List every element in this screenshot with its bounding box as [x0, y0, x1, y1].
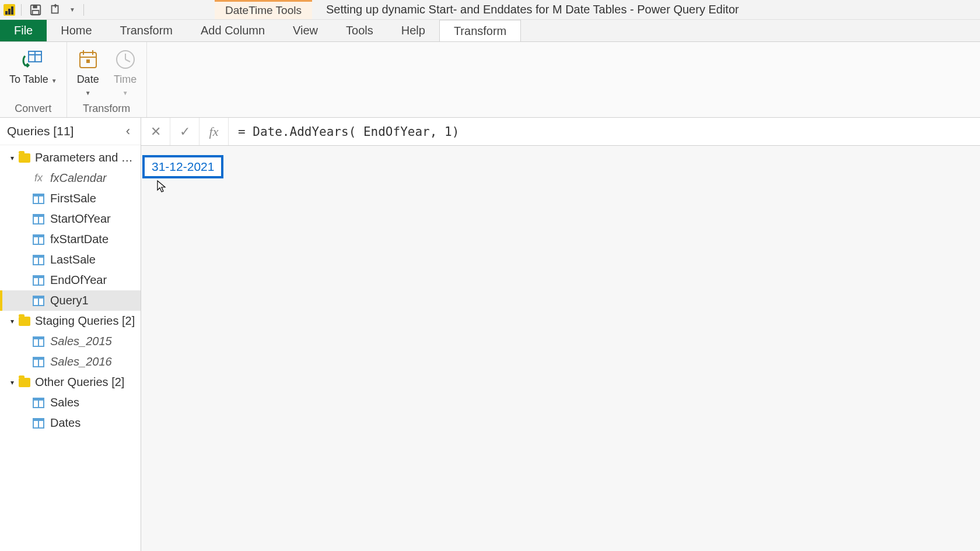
tab-add-column[interactable]: Add Column: [187, 20, 279, 41]
table-icon: [33, 357, 44, 367]
app-icon: [4, 4, 15, 16]
title-center: DateTime Tools Setting up dynamic Start-…: [90, 0, 980, 19]
tab-tools[interactable]: Tools: [332, 20, 387, 41]
queries-panel: Queries [11] ‹ ▾ Parameters and Fu… fxfx…: [0, 118, 141, 551]
query-group-parameters[interactable]: ▾ Parameters and Fu…: [0, 148, 141, 168]
table-icon: [33, 234, 44, 245]
query-item-dates[interactable]: Dates: [0, 413, 141, 433]
save-icon[interactable]: [27, 2, 44, 18]
formula-bar: ✕ ✓ fx = Date.AddYears( EndOfYear, 1): [141, 118, 980, 146]
date-icon: [76, 48, 100, 71]
svg-rect-2: [33, 10, 39, 14]
separator: [21, 4, 22, 16]
qat-dropdown-icon[interactable]: ▼: [67, 6, 78, 13]
cursor-icon: [156, 180, 167, 192]
formula-accept-icon[interactable]: ✓: [170, 118, 200, 145]
query-group-staging[interactable]: ▾ Staging Queries [2]: [0, 311, 141, 331]
svg-rect-1: [33, 5, 37, 8]
title-bar: ▼ DateTime Tools Setting up dynamic Star…: [0, 0, 980, 20]
group-label: Staging Queries [2]: [35, 314, 136, 328]
group-label: Parameters and Fu…: [35, 151, 136, 164]
undo-icon[interactable]: [47, 2, 64, 18]
table-icon: [33, 275, 44, 286]
folder-icon: [19, 153, 30, 163]
query-item-fxcalendar[interactable]: fxfxCalendar: [0, 168, 141, 188]
query-item-sales2016[interactable]: Sales_2016: [0, 352, 141, 372]
ribbon-group-convert: To Table ▼ Convert: [0, 42, 67, 117]
table-icon: [33, 418, 44, 429]
tab-file[interactable]: File: [0, 20, 47, 41]
ribbon-tabs: File Home Transform Add Column View Tool…: [0, 20, 980, 42]
tab-transform-context[interactable]: Transform: [439, 20, 521, 41]
queries-tree: ▾ Parameters and Fu… fxfxCalendar FirstS…: [0, 145, 141, 551]
item-label: Sales_2016: [50, 355, 112, 368]
item-label: Sales: [50, 396, 79, 409]
item-label: Sales_2015: [50, 335, 112, 348]
caret-down-icon: ▾: [10, 154, 14, 162]
tab-transform[interactable]: Transform: [106, 20, 187, 41]
date-label: Date: [77, 73, 99, 85]
item-label: EndOfYear: [50, 273, 107, 287]
contextual-tab-group: DateTime Tools: [215, 0, 312, 19]
table-icon: [33, 194, 44, 204]
caret-down-icon: ▾: [10, 317, 14, 325]
chevron-down-icon: ▼: [85, 90, 91, 96]
main-area: ✕ ✓ fx = Date.AddYears( EndOfYear, 1) 31…: [141, 118, 980, 551]
quick-access-toolbar: ▼: [0, 2, 90, 18]
table-icon: [33, 296, 44, 306]
time-label: Time: [114, 73, 136, 85]
item-label: LastSale: [50, 253, 96, 266]
time-icon: [114, 48, 137, 71]
date-button[interactable]: Date▼: [73, 47, 103, 99]
item-label: FirstSale: [50, 192, 96, 205]
ribbon: To Table ▼ Convert Date▼ Time▼ Transform: [0, 42, 980, 118]
svg-rect-9: [86, 59, 90, 63]
query-item-endofyear[interactable]: EndOfYear: [0, 270, 141, 290]
item-label: fxStartDate: [50, 233, 108, 246]
query-item-query1[interactable]: Query1: [0, 290, 141, 311]
chevron-down-icon: ▼: [123, 90, 128, 96]
body: Queries [11] ‹ ▾ Parameters and Fu… fxfx…: [0, 118, 980, 551]
caret-down-icon: ▾: [10, 378, 14, 387]
time-button: Time▼: [110, 47, 141, 99]
query-group-other[interactable]: ▾ Other Queries [2]: [0, 372, 141, 392]
item-label: Query1: [50, 294, 89, 307]
to-table-button[interactable]: To Table ▼: [6, 47, 61, 87]
item-label: fxCalendar: [50, 171, 107, 185]
tab-view[interactable]: View: [279, 20, 332, 41]
table-icon: [33, 398, 44, 408]
query-item-sales2015[interactable]: Sales_2015: [0, 331, 141, 352]
svg-line-14: [125, 59, 130, 62]
ribbon-group-transform: Date▼ Time▼ Transform: [67, 42, 147, 117]
queries-header: Queries [11] ‹: [0, 118, 141, 145]
ribbon-group-label: Convert: [15, 101, 51, 116]
formula-cancel-icon[interactable]: ✕: [141, 118, 170, 145]
chevron-down-icon: ▼: [51, 78, 57, 84]
table-icon: [33, 336, 44, 347]
query-item-fxstartdate[interactable]: fxStartDate: [0, 229, 141, 250]
query-item-startofyear[interactable]: StartOfYear: [0, 209, 141, 229]
result-value[interactable]: 31-12-2021: [142, 155, 223, 178]
tab-home[interactable]: Home: [47, 20, 106, 41]
tab-help[interactable]: Help: [387, 20, 439, 41]
to-table-label: To Table: [9, 73, 48, 85]
item-label: StartOfYear: [50, 212, 111, 226]
table-icon: [33, 255, 44, 265]
query-item-sales[interactable]: Sales: [0, 392, 141, 413]
collapse-panel-icon[interactable]: ‹: [123, 124, 134, 139]
item-label: Dates: [50, 416, 80, 430]
folder-icon: [19, 317, 30, 326]
formula-fx-icon[interactable]: fx: [200, 118, 229, 145]
group-label: Other Queries [2]: [35, 375, 136, 389]
formula-input[interactable]: = Date.AddYears( EndOfYear, 1): [229, 118, 980, 145]
folder-icon: [19, 378, 30, 387]
query-item-lastsale[interactable]: LastSale: [0, 250, 141, 270]
queries-header-title: Queries [11]: [7, 124, 74, 138]
query-item-firstsale[interactable]: FirstSale: [0, 188, 141, 209]
ribbon-group-label: Transform: [83, 101, 130, 116]
separator: [83, 4, 84, 16]
window-title: Setting up dynamic Start- and Enddates f…: [312, 0, 753, 19]
to-table-icon: [22, 48, 45, 71]
table-icon: [33, 214, 44, 224]
fx-icon: fx: [33, 172, 44, 184]
